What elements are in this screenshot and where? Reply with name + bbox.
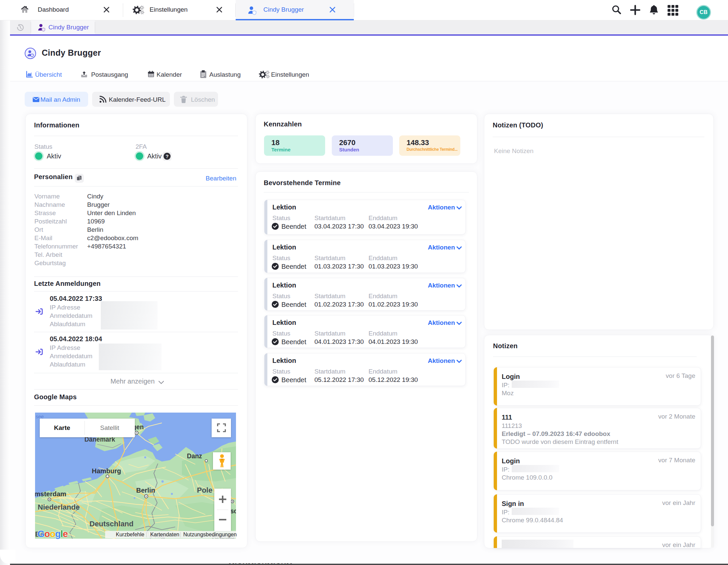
svg-text:Hamburg: Hamburg bbox=[92, 467, 121, 474]
svg-text:sc: sc bbox=[230, 507, 236, 514]
svg-text:see: see bbox=[36, 413, 44, 419]
svg-text:Danz: Danz bbox=[187, 453, 202, 460]
svg-text:Niederlande: Niederlande bbox=[38, 503, 80, 511]
svg-text:Pole: Pole bbox=[197, 486, 212, 494]
svg-text:msterdam: msterdam bbox=[35, 490, 66, 498]
svg-text:Berlin: Berlin bbox=[136, 486, 155, 494]
svg-text:Deutschland: Deutschland bbox=[89, 519, 134, 528]
